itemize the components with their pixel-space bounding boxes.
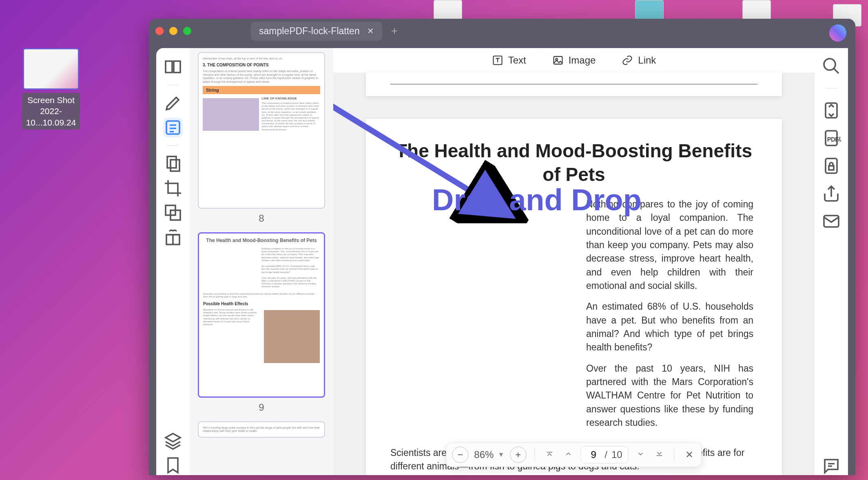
crop-icon[interactable] bbox=[163, 178, 183, 198]
convert-icon[interactable] bbox=[822, 101, 841, 119]
text-icon bbox=[492, 55, 503, 66]
desktop-file-screenshot[interactable]: Screen Shot 2022-10...10.09.24 bbox=[22, 48, 80, 130]
zoom-value: 86% bbox=[474, 449, 494, 460]
thumb-image bbox=[203, 98, 259, 131]
pdfa-icon[interactable]: PDF/A bbox=[822, 129, 841, 147]
merge-icon[interactable] bbox=[163, 203, 183, 222]
insert-image-button[interactable]: Image bbox=[552, 55, 596, 66]
page-thumbnail-8[interactable]: intersection of two lines, at the top or… bbox=[198, 52, 325, 209]
comment-icon[interactable] bbox=[822, 457, 841, 475]
close-window-button[interactable] bbox=[155, 27, 164, 35]
total-pages: 10 bbox=[611, 449, 622, 460]
tool-label: Text bbox=[508, 55, 526, 66]
zoom-dropdown-icon[interactable]: ▼ bbox=[498, 451, 504, 458]
thumbnail-panel: intersection of two lines, at the top or… bbox=[190, 48, 333, 475]
reader-mode-icon[interactable] bbox=[163, 57, 183, 77]
tab-title: samplePDF-lock-Flatten bbox=[259, 26, 360, 37]
page-separator: / bbox=[604, 449, 607, 460]
insert-text-button[interactable]: Text bbox=[492, 55, 526, 66]
layers-icon[interactable] bbox=[163, 431, 183, 451]
thumbnail-page-number: 8 bbox=[198, 213, 325, 224]
app-content: intersection of two lines, at the top or… bbox=[156, 48, 848, 475]
file-label: Screen Shot 2022-10...10.09.24 bbox=[22, 93, 80, 130]
page-9: The Health and Mood-Boosting Benefits of… bbox=[366, 119, 782, 475]
thumb-text: intersection of two lines, at the top or… bbox=[203, 57, 320, 60]
last-page-button[interactable] bbox=[653, 449, 666, 460]
document-area[interactable]: The Health and Mood-Boosting Benefits of… bbox=[333, 73, 815, 475]
document-paragraph: Over the past 10 years, NIH has partnere… bbox=[586, 362, 753, 430]
zoom-display[interactable]: 86% ▼ bbox=[474, 449, 504, 460]
first-page-button[interactable] bbox=[543, 449, 556, 460]
svg-rect-7 bbox=[554, 57, 562, 64]
svg-rect-15 bbox=[829, 166, 834, 170]
separator bbox=[534, 447, 535, 462]
separator bbox=[826, 88, 837, 88]
svg-point-10 bbox=[824, 59, 835, 70]
document-tab[interactable]: samplePDF-lock-Flatten ✕ bbox=[251, 22, 382, 41]
window-controls bbox=[155, 27, 191, 35]
svg-rect-2 bbox=[170, 160, 179, 171]
mail-icon[interactable] bbox=[822, 212, 841, 230]
current-page-field[interactable] bbox=[587, 449, 600, 460]
share-icon[interactable] bbox=[822, 185, 841, 203]
thumb-text: Nothing compares to the joy of coming ho… bbox=[261, 247, 320, 288]
right-sidebar: PDF/A bbox=[815, 48, 848, 475]
lock-icon[interactable] bbox=[822, 157, 841, 175]
page-number-input[interactable]: / 10 bbox=[580, 446, 628, 463]
thumb-section-heading: Possible Health Effects bbox=[203, 302, 320, 306]
thumbnail-page-number: 9 bbox=[198, 402, 325, 413]
svg-rect-1 bbox=[167, 156, 176, 168]
titlebar: samplePDF-lock-Flatten ✕ + bbox=[149, 19, 855, 43]
close-tab-icon[interactable]: ✕ bbox=[367, 26, 374, 36]
thumb-image-pets bbox=[264, 310, 320, 363]
thumb-page-title: The Health and Mood-Boosting Benefits of… bbox=[203, 238, 320, 243]
document-viewer: Text Image Link The Health and Mood-Boos… bbox=[333, 48, 815, 475]
page-thumbnail-9[interactable]: The Health and Mood-Boosting Benefits of… bbox=[198, 232, 325, 398]
insert-link-button[interactable]: Link bbox=[622, 55, 656, 66]
tool-label: Image bbox=[569, 55, 596, 66]
thumb-text: The composition of ordered points here m… bbox=[203, 70, 320, 84]
prev-page-button[interactable] bbox=[562, 449, 575, 460]
thumb-text: Research on human-animal interactions is… bbox=[203, 308, 259, 326]
separator bbox=[167, 145, 179, 146]
thumb-section-heading: 3. THE COMPOSITION OF POINTS bbox=[203, 63, 320, 67]
close-controls-button[interactable]: ✕ bbox=[683, 449, 696, 460]
link-icon bbox=[622, 55, 633, 66]
view-controls-bar: − 86% ▼ + / 10 bbox=[446, 443, 702, 467]
tool-label: Link bbox=[638, 55, 656, 66]
annotate-icon[interactable] bbox=[163, 93, 183, 113]
previous-page-slice bbox=[366, 73, 782, 96]
app-logo bbox=[829, 24, 846, 42]
page-thumbnail-10[interactable]: NIH is funding large-scale surveys to fi… bbox=[198, 421, 325, 438]
file-thumbnail bbox=[23, 48, 79, 90]
minimize-window-button[interactable] bbox=[169, 27, 177, 35]
left-sidebar bbox=[156, 48, 190, 475]
search-icon[interactable] bbox=[822, 57, 841, 75]
gift-icon[interactable] bbox=[163, 227, 183, 247]
thumb-badge: String bbox=[203, 86, 320, 94]
pdf-app-window: samplePDF-lock-Flatten ✕ + bbox=[149, 19, 855, 475]
document-title: The Health and Mood-Boosting Benefits of… bbox=[390, 139, 757, 186]
next-page-button[interactable] bbox=[634, 449, 647, 460]
thumb-text: Scientists are looking at what the poten… bbox=[203, 293, 320, 298]
maximize-window-button[interactable] bbox=[183, 27, 191, 35]
new-tab-button[interactable]: + bbox=[391, 24, 398, 37]
document-paragraph: An estimated 68% of U.S. households have… bbox=[586, 300, 753, 354]
separator bbox=[167, 85, 179, 85]
edit-toolbar: Text Image Link bbox=[333, 48, 815, 73]
pages-icon[interactable] bbox=[163, 154, 183, 174]
edit-mode-icon[interactable] bbox=[163, 118, 183, 137]
zoom-out-button[interactable]: − bbox=[452, 447, 468, 463]
svg-text:PDF/A: PDF/A bbox=[827, 136, 841, 143]
thumb-text: NIH is funding large-scale surveys to fi… bbox=[203, 426, 320, 433]
zoom-in-button[interactable]: + bbox=[510, 447, 526, 463]
bookmark-icon[interactable] bbox=[163, 456, 183, 475]
separator bbox=[674, 447, 675, 462]
image-icon bbox=[552, 55, 564, 66]
document-paragraph: Nothing compares to the joy of coming ho… bbox=[586, 198, 753, 293]
